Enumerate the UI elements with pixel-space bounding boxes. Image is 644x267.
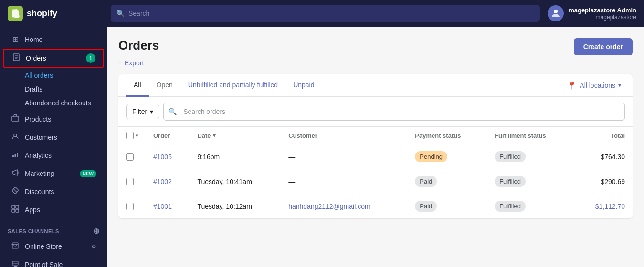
- tabs-left: All Open Unfulfilled and partially fulfi…: [126, 74, 322, 96]
- customers-icon: [11, 133, 20, 142]
- shopify-logo-icon: [8, 6, 23, 21]
- subnav-abandoned-checkouts-label: Abandoned checkouts: [25, 99, 91, 107]
- row-date: Tuesday, 10:12am: [190, 194, 281, 219]
- row-checkbox[interactable]: [126, 153, 134, 161]
- sidebar-label-orders: Orders: [26, 54, 46, 62]
- sidebar-item-products[interactable]: Products: [3, 111, 104, 128]
- header-payment-status: Payment status: [407, 127, 487, 144]
- select-all-checkbox[interactable]: [126, 132, 134, 139]
- sidebar-item-marketing[interactable]: Marketing New: [3, 165, 104, 182]
- order-link[interactable]: #1001: [153, 203, 172, 210]
- row-checkbox[interactable]: [126, 178, 134, 185]
- global-search-input[interactable]: [128, 10, 534, 17]
- filter-label: Filter: [132, 108, 147, 115]
- search-orders-input[interactable]: [179, 105, 620, 118]
- sales-channels-header: SALES CHANNELS ⊕: [0, 219, 107, 237]
- sidebar-item-home[interactable]: ⊞ Home: [3, 31, 104, 48]
- page-title-area: Orders: [118, 38, 159, 53]
- marketing-icon: [11, 169, 20, 178]
- subnav-all-orders-label: All orders: [25, 72, 53, 79]
- row-order-num: #1002: [146, 169, 190, 194]
- search-orders-icon: 🔍: [169, 108, 177, 115]
- subnav-drafts-label: Drafts: [25, 85, 42, 93]
- create-order-button[interactable]: Create order: [574, 38, 633, 55]
- subnav-all-orders[interactable]: All orders: [3, 69, 104, 82]
- page-header: Orders Create order: [118, 38, 633, 55]
- home-icon: ⊞: [11, 35, 20, 44]
- svg-rect-13: [12, 205, 15, 208]
- export-link[interactable]: ↑ Export: [118, 59, 633, 67]
- user-name: mageplazastore Admin: [569, 7, 636, 14]
- sidebar-item-point-of-sale[interactable]: Point of Sale: [3, 256, 104, 267]
- discounts-icon: [11, 187, 20, 196]
- sidebar-item-apps[interactable]: Apps: [3, 201, 104, 218]
- row-customer: hanhdang2112@gmail.com: [281, 194, 407, 219]
- search-input-wrapper: 🔍: [163, 103, 625, 121]
- sidebar-item-customers[interactable]: Customers: [3, 129, 104, 146]
- add-sales-channel-icon[interactable]: ⊕: [93, 226, 100, 236]
- sidebar-item-orders[interactable]: ➤ Orders 1: [3, 49, 104, 68]
- row-fulfillment-status: Fulfilled: [487, 169, 574, 194]
- user-area: mageplazastore Admin mageplazastore: [548, 5, 636, 21]
- payment-status-badge: Pending: [415, 151, 447, 162]
- date-sort-icon: ▾: [213, 133, 216, 139]
- export-label: Export: [125, 59, 144, 67]
- order-link[interactable]: #1002: [153, 178, 172, 185]
- row-checkbox[interactable]: [126, 203, 134, 210]
- svg-rect-9: [17, 153, 18, 157]
- svg-rect-16: [16, 209, 19, 212]
- locations-dropdown[interactable]: 📍 All locations ▾: [563, 78, 625, 93]
- header-total: Total: [574, 127, 633, 144]
- svg-point-0: [554, 10, 558, 13]
- header-order: Order: [146, 127, 190, 144]
- user-info: mageplazastore Admin mageplazastore: [569, 7, 636, 21]
- user-store: mageplazastore: [569, 14, 636, 21]
- row-total: $290.69: [574, 169, 633, 194]
- date-label: Date: [197, 132, 211, 139]
- tab-unfulfilled[interactable]: Unfulfilled and partially fulfilled: [180, 74, 285, 97]
- search-icon: 🔍: [116, 10, 125, 17]
- row-checkbox-cell: [118, 169, 146, 194]
- fulfillment-status-badge: Fulfilled: [495, 151, 526, 162]
- row-customer: —: [281, 144, 407, 169]
- row-checkbox-cell: [118, 194, 146, 219]
- table-row: #1005 9:16pm — Pending Fulfilled $764.30: [118, 144, 633, 169]
- online-store-settings-icon[interactable]: ⚙: [91, 243, 96, 250]
- filter-chevron-icon: ▾: [150, 108, 153, 115]
- svg-point-11: [14, 189, 15, 190]
- tab-unpaid[interactable]: Unpaid: [285, 74, 322, 97]
- row-customer: —: [281, 169, 407, 194]
- products-icon: [11, 114, 20, 124]
- order-link[interactable]: #1005: [153, 153, 172, 161]
- orders-card: All Open Unfulfilled and partially fulfi…: [118, 74, 633, 218]
- orders-table: ▾ Order Date ▾ Customer Payment status: [118, 127, 633, 218]
- sidebar-item-online-store[interactable]: Online Store ⚙: [3, 238, 104, 255]
- checkbox-chevron-icon[interactable]: ▾: [136, 133, 138, 138]
- sidebar-item-analytics[interactable]: Analytics: [3, 147, 104, 164]
- tab-all[interactable]: All: [126, 74, 149, 97]
- row-payment-status: Paid: [407, 169, 487, 194]
- orders-subnav: All orders Drafts Abandoned checkouts: [0, 68, 107, 110]
- point-of-sale-icon: [11, 260, 20, 267]
- tab-open[interactable]: Open: [149, 74, 180, 97]
- sidebar-item-discounts[interactable]: Discounts: [3, 183, 104, 200]
- logo-area: shopify: [8, 6, 103, 21]
- row-payment-status: Pending: [407, 144, 487, 169]
- sidebar-label-marketing: Marketing: [25, 170, 54, 177]
- online-store-icon: [11, 242, 20, 251]
- table-header-row: ▾ Order Date ▾ Customer Payment status: [118, 127, 633, 144]
- row-fulfillment-status: Fulfilled: [487, 144, 574, 169]
- sidebar-label-products: Products: [25, 115, 51, 123]
- svg-point-12: [16, 191, 17, 192]
- header-date[interactable]: Date ▾: [190, 127, 281, 144]
- table-row: #1002 Tuesday, 10:41am — Paid Fulfilled …: [118, 169, 633, 194]
- search-bar[interactable]: 🔍: [111, 5, 540, 22]
- header-checkbox-col: ▾: [118, 127, 146, 144]
- export-icon: ↑: [118, 59, 122, 67]
- page-title: Orders: [118, 38, 159, 53]
- filter-button[interactable]: Filter ▾: [126, 104, 159, 119]
- locations-label: All locations: [580, 82, 615, 89]
- subnav-abandoned-checkouts[interactable]: Abandoned checkouts: [3, 96, 104, 110]
- svg-rect-20: [14, 266, 17, 267]
- subnav-drafts[interactable]: Drafts: [3, 82, 104, 96]
